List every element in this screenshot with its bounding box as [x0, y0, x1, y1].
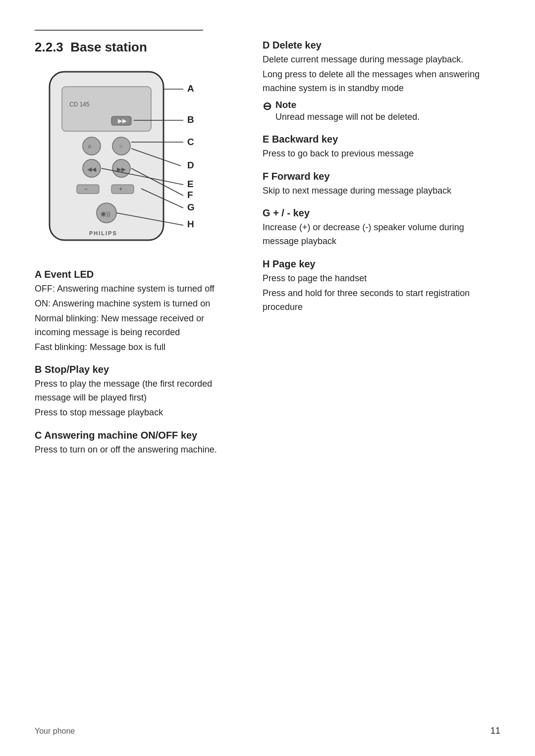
section-heading: Base station — [70, 40, 147, 54]
key-a-desc-1: OFF: Answering machine system is turned … — [35, 282, 238, 296]
section-number: 2.2.3 — [35, 40, 63, 54]
key-e-heading: E Backward key — [263, 134, 500, 145]
key-a-desc-3: Normal blinking: New message received or… — [35, 312, 238, 340]
svg-text:PHILIPS: PHILIPS — [89, 230, 117, 236]
key-c-name: Answering machine ON/OFF key — [44, 430, 197, 441]
main-layout: 2.2.3 Base station CD 145 ▶▶ — [35, 40, 500, 467]
key-h-desc-2: Press and hold for three seconds to star… — [263, 287, 500, 314]
svg-text:≡: ≡ — [88, 143, 91, 150]
svg-text:◀◀: ◀◀ — [87, 166, 97, 173]
svg-text:✕: ✕ — [118, 143, 123, 150]
note-box: ⊖ Note Unread message will not be delete… — [263, 100, 500, 124]
svg-text:D: D — [187, 160, 194, 170]
key-a-heading: A Event LED — [35, 269, 238, 280]
key-f-letter: F — [263, 171, 268, 182]
key-a-section: A Event LED OFF: Answering machine syste… — [35, 269, 238, 354]
svg-text:C: C — [187, 137, 194, 147]
right-column: D Delete key Delete current message duri… — [253, 40, 500, 467]
key-d-name: Delete key — [272, 40, 321, 50]
svg-text:G: G — [187, 202, 195, 212]
svg-text:▶▶: ▶▶ — [118, 117, 127, 124]
note-text: Unread message will not be deleted. — [275, 112, 420, 122]
svg-text:−: − — [84, 186, 88, 193]
section-title: 2.2.3 Base station — [35, 40, 238, 55]
key-d-heading: D Delete key — [263, 40, 500, 51]
key-a-desc-2: ON: Answering machine system is turned o… — [35, 297, 238, 311]
key-c-heading: C Answering machine ON/OFF key — [35, 430, 238, 441]
svg-rect-2 — [62, 87, 151, 131]
key-d-desc-1: Delete current message during message pl… — [263, 53, 500, 67]
key-f-section: F Forward key Skip to next message durin… — [263, 171, 500, 198]
key-b-desc-1: Press to play the message (the first rec… — [35, 377, 238, 405]
key-c-desc-1: Press to turn on or off the answering ma… — [35, 443, 238, 457]
key-e-desc-1: Press to go back to previous message — [263, 147, 500, 161]
key-e-name: Backward key — [272, 134, 338, 145]
key-a-letter: A — [35, 269, 42, 280]
key-f-desc-1: Skip to next message during message play… — [263, 184, 500, 198]
key-c-section: C Answering machine ON/OFF key Press to … — [35, 430, 238, 457]
key-f-heading: F Forward key — [263, 171, 500, 182]
svg-text:CD 145: CD 145 — [69, 101, 90, 108]
key-g-desc-1: Increase (+) or decrease (-) speaker vol… — [263, 221, 500, 249]
top-rule — [35, 30, 203, 31]
left-column: 2.2.3 Base station CD 145 ▶▶ — [35, 40, 253, 467]
key-c-letter: C — [35, 430, 42, 441]
note-label: Note — [275, 100, 296, 110]
phone-diagram: CD 145 ▶▶ ≡ ✕ ◀◀ ▶▶ − — [35, 62, 203, 255]
svg-text:B: B — [187, 114, 194, 125]
note-content: Note Unread message will not be deleted. — [275, 100, 420, 124]
svg-text:F: F — [187, 190, 193, 200]
key-h-section: H Page key Press to page the handset Pre… — [263, 258, 500, 314]
key-g-name: + / - key — [273, 207, 310, 218]
svg-text:A: A — [187, 83, 194, 94]
key-h-name: Page key — [272, 258, 316, 269]
key-h-letter: H — [263, 258, 269, 269]
note-icon: ⊖ — [263, 100, 271, 113]
svg-text:H: H — [187, 219, 194, 229]
key-b-letter: B — [35, 364, 42, 375]
key-b-section: B Stop/Play key Press to play the messag… — [35, 364, 238, 420]
svg-rect-16 — [111, 185, 134, 194]
key-h-desc-1: Press to page the handset — [263, 272, 500, 286]
key-d-desc-2: Long press to delete all the messages wh… — [263, 68, 500, 96]
svg-point-6 — [83, 137, 101, 155]
key-g-heading: G + / - key — [263, 207, 500, 219]
key-e-letter: E — [263, 134, 269, 145]
phone-svg: CD 145 ▶▶ ≡ ✕ ◀◀ ▶▶ − — [35, 62, 203, 255]
svg-rect-14 — [77, 185, 99, 194]
svg-text:+: + — [119, 186, 122, 193]
key-d-letter: D — [263, 40, 269, 50]
svg-text:◉)): ◉)) — [101, 210, 110, 217]
key-e-section: E Backward key Press to go back to previ… — [263, 134, 500, 161]
svg-text:E: E — [187, 179, 194, 189]
key-a-desc-4: Fast blinking: Message box is full — [35, 341, 238, 354]
key-a-name: Event LED — [44, 269, 94, 280]
key-h-heading: H Page key — [263, 258, 500, 270]
page-number: 11 — [490, 726, 500, 736]
key-g-letter: G — [263, 207, 270, 218]
page-footer: Your phone 11 — [35, 726, 500, 736]
key-b-name: Stop/Play key — [45, 364, 109, 375]
footer-label: Your phone — [35, 727, 75, 736]
page: 2.2.3 Base station CD 145 ▶▶ — [0, 0, 535, 756]
key-d-section: D Delete key Delete current message duri… — [263, 40, 500, 124]
key-b-desc-2: Press to stop message playback — [35, 406, 238, 420]
key-f-name: Forward key — [271, 171, 330, 182]
key-b-heading: B Stop/Play key — [35, 364, 238, 375]
key-g-section: G + / - key Increase (+) or decrease (-)… — [263, 207, 500, 249]
